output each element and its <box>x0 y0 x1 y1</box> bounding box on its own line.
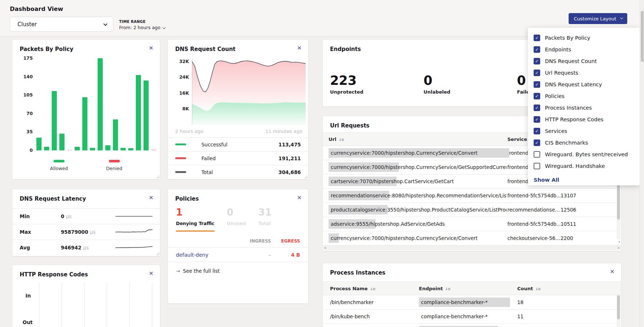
stat-total[interactable]: 31 Total <box>258 208 271 232</box>
url-table-row[interactable]: adservice:9555/hipstershop.AdService/Get… <box>323 217 621 231</box>
y-tick-label: 16K <box>172 90 189 96</box>
stat-unlabeled: 0 Unlabeled <box>424 74 517 95</box>
service-cell: recommendationse… <box>507 207 561 213</box>
close-icon[interactable]: ✕ <box>297 195 302 201</box>
policy-name-link[interactable]: default-deny <box>176 252 208 258</box>
heatmap-grid <box>39 283 156 327</box>
close-icon[interactable]: ✕ <box>297 46 302 51</box>
scrollbar-thumb[interactable] <box>641 11 644 62</box>
checked-checkbox-icon[interactable]: ✓ <box>534 93 540 99</box>
scrollbar-thumb[interactable] <box>617 295 620 319</box>
menu-item-dns-request-count[interactable]: ✓DNS Request Count <box>528 55 640 67</box>
checked-checkbox-icon[interactable]: ✓ <box>534 46 540 53</box>
menu-item-url-requests[interactable]: ✓Url Requests <box>528 67 640 79</box>
column-header-process-name[interactable]: Process Name↓≡ <box>323 286 419 291</box>
unchecked-checkbox-icon[interactable] <box>534 163 540 169</box>
process-name-cell: /bin/benchmarker <box>323 299 419 305</box>
url-text: recommendationservice:8080/hipstershop.R… <box>329 193 507 198</box>
legend-value: 191,211 <box>279 155 301 161</box>
column-header-endpoint[interactable]: Endpoint↓≡ <box>419 286 517 291</box>
menu-item-policies[interactable]: ✓Policies <box>528 90 640 102</box>
column-header-count[interactable]: Count↓≡ <box>517 286 554 291</box>
checked-checkbox-icon[interactable]: ✓ <box>534 105 540 111</box>
checked-checkbox-icon[interactable]: ✓ <box>534 116 540 123</box>
scroll-left-icon[interactable]: ◂ <box>324 247 326 249</box>
latency-label: Min <box>20 213 61 219</box>
checked-checkbox-icon[interactable]: ✓ <box>534 139 540 146</box>
url-text: productcatalogservice:3550/hipstershop.P… <box>329 207 507 213</box>
time-range-from[interactable]: From: 2 hours ago <box>119 25 165 30</box>
resize-handle-icon[interactable] <box>156 176 159 178</box>
vertical-scrollbar[interactable] <box>617 295 620 327</box>
process-table-row[interactable]: benchmarker compliance-benchmarker-* 9 <box>323 324 621 327</box>
stat-denying-traffic[interactable]: 1 Denying Traffic <box>176 208 215 232</box>
scroll-right-icon[interactable]: ▸ <box>618 247 620 249</box>
menu-item-http-response-codes[interactable]: ✓HTTP Response Codes <box>528 114 640 125</box>
stat-value: 0 <box>424 74 517 87</box>
menu-item-dns-request-latency[interactable]: ✓DNS Request Latency <box>528 79 640 90</box>
checked-checkbox-icon[interactable]: ✓ <box>534 35 540 41</box>
count-cell: 18 <box>517 299 554 305</box>
menu-item-packets-by-policy[interactable]: ✓Packets By Policy <box>528 32 640 44</box>
url-table-row[interactable]: productcatalogservice:3550/hipstershop.P… <box>323 203 621 217</box>
close-icon[interactable]: ✕ <box>149 195 153 201</box>
x-label-end: 11 minutes ago <box>265 129 302 134</box>
menu-item-label: Packets By Policy <box>545 35 590 41</box>
menu-item-label: CIS Benchmarks <box>545 140 588 146</box>
url-table-row[interactable]: recommendationservice:8080/hipstershop.R… <box>323 189 621 203</box>
checked-checkbox-icon[interactable]: ✓ <box>534 70 540 76</box>
resize-handle-icon[interactable] <box>305 176 307 178</box>
process-table-row[interactable]: /bin/kube-bench compliance-benchmarker-*… <box>323 310 621 324</box>
time-range-label: TIME RANGE <box>119 20 165 24</box>
column-header-url[interactable]: Url↓≡ <box>323 137 507 142</box>
page-scrollbar[interactable] <box>640 0 644 327</box>
resize-handle-icon[interactable] <box>156 252 159 255</box>
menu-item-wireguard-handshake[interactable]: Wireguard. Handshake <box>528 160 640 172</box>
chevron-down-icon <box>163 26 166 29</box>
show-all-link[interactable]: Show All <box>534 177 559 183</box>
policy-row[interactable]: default-deny – 4 B <box>168 248 308 262</box>
menu-item-wireguard-bytes-sent-received[interactable]: Wireguard. Bytes sent/received <box>528 149 640 160</box>
area-chart-x-axis: 2 hours ago 11 minutes ago <box>175 129 302 134</box>
latency-unit: µs <box>90 229 96 235</box>
url-table-row[interactable]: currencyservice:7000/hipstershop.Currenc… <box>323 231 621 245</box>
checked-checkbox-icon[interactable]: ✓ <box>534 81 540 88</box>
sort-icon[interactable]: ↓≡ <box>445 287 451 291</box>
latency-label: Max <box>20 229 61 235</box>
checked-checkbox-icon[interactable]: ✓ <box>534 58 540 64</box>
y-tick-label: 0 <box>18 147 33 153</box>
legend-label: Denied <box>106 166 122 171</box>
menu-item-cis-benchmarks[interactable]: ✓CIS Benchmarks <box>528 137 640 149</box>
arrow-right-icon: → <box>176 268 180 274</box>
allowed-bar <box>136 75 141 150</box>
view-select[interactable]: Cluster <box>10 17 113 32</box>
close-icon[interactable]: ✕ <box>149 271 153 276</box>
unchecked-checkbox-icon[interactable] <box>534 151 540 158</box>
y-tick-label: 105 <box>18 92 33 98</box>
dns-area-chart-svg <box>192 57 306 125</box>
stat-unused[interactable]: 0 Unused <box>227 208 246 232</box>
sort-icon[interactable]: ↓≡ <box>370 287 375 291</box>
close-icon[interactable]: ✕ <box>610 269 614 275</box>
menu-item-label: DNS Request Latency <box>545 82 602 87</box>
legend-label: Failed <box>201 155 216 161</box>
customize-layout-button[interactable]: Customize Layout <box>569 13 627 24</box>
url-text: currencyservice:7000/hipstershop.Currenc… <box>329 235 478 241</box>
scroll-down-icon[interactable]: ▾ <box>619 241 620 244</box>
horizontal-scrollbar[interactable]: ◂ ▸ <box>323 245 621 250</box>
sort-icon[interactable]: ↓≡ <box>338 138 344 142</box>
close-icon[interactable]: ✕ <box>149 46 153 51</box>
menu-item-process-instances[interactable]: ✓Process Instances <box>528 102 640 114</box>
see-full-list-link[interactable]: →See the full list <box>176 268 220 274</box>
policy-table-header: INGRESS EGRESS <box>168 235 308 248</box>
process-table-row[interactable]: /bin/benchmarker compliance-benchmarker-… <box>323 295 621 310</box>
menu-item-services[interactable]: ✓Services <box>528 125 640 137</box>
latency-unit: µs <box>83 245 89 251</box>
legend-row-failed: Failed191,211 <box>168 151 308 165</box>
sort-icon[interactable]: ↓≡ <box>535 287 541 291</box>
checked-checkbox-icon[interactable]: ✓ <box>534 128 540 134</box>
count-cell: 10511 <box>561 221 593 227</box>
panel-title: DNS Request Latency <box>20 196 86 202</box>
menu-item-endpoints[interactable]: ✓Endpoints <box>528 44 640 55</box>
stat-label: Unused <box>227 221 246 231</box>
